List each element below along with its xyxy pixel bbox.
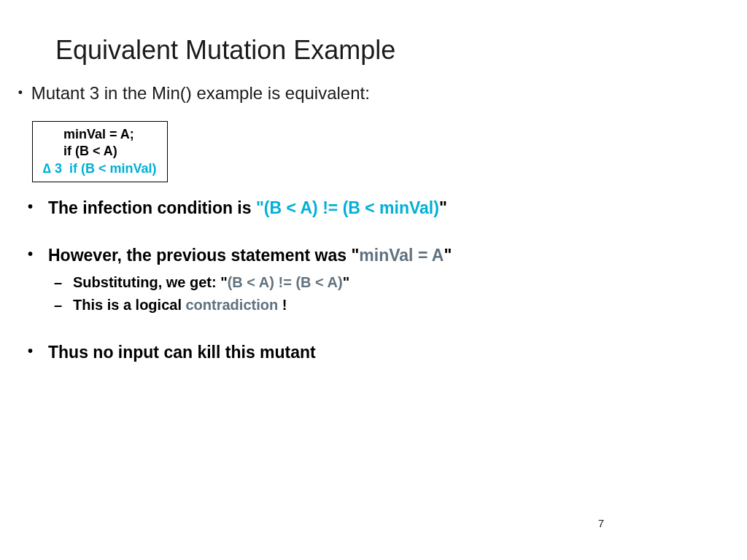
code-line-2: if (B < A) [43, 143, 157, 160]
sub2-prefix: This is a logical [73, 297, 186, 313]
sub-list: Substituting, we get: "(B < A) != (B < A… [48, 271, 718, 316]
sub2-suffix: ! [278, 297, 287, 313]
intro-line: • Mutant 3 in the Min() example is equiv… [15, 83, 370, 104]
b1-close-quote: " [439, 198, 447, 217]
code-box: minVal = A; if (B < A) ∆ 3 if (B < minVa… [32, 121, 168, 182]
sub1-highlight: (B < A) != (B < A) [228, 274, 343, 290]
b2-close-quote: " [444, 246, 452, 265]
sub1-close-quote: " [343, 274, 349, 290]
intro-text: Mutant 3 in the Min() example is equival… [31, 83, 370, 103]
page-number: 7 [598, 517, 604, 529]
code-line-1: minVal = A; [43, 126, 157, 143]
b1-highlight: (B < A) != (B < minVal) [264, 198, 439, 217]
bullet-infection-condition: The infection condition is "(B < A) != (… [23, 197, 718, 219]
sub1-prefix: Substituting, we get: " [73, 274, 228, 290]
b2-prefix: However, the previous statement was " [48, 246, 359, 265]
intro-bullet-icon: • [15, 85, 26, 101]
sub-contradiction: This is a logical contradiction ! [48, 294, 718, 316]
sub2-highlight: contradiction [186, 297, 279, 313]
b2-highlight: minVal = A [359, 246, 444, 265]
b1-prefix: The infection condition is [48, 198, 256, 217]
bullet-list: The infection condition is "(B < A) != (… [23, 197, 718, 389]
bullet-previous-statement: However, the previous statement was "min… [23, 244, 718, 316]
code-line-3-mutation: ∆ 3 if (B < minVal) [43, 160, 157, 177]
bullet-conclusion: Thus no input can kill this mutant [23, 341, 718, 364]
sub-substituting: Substituting, we get: "(B < A) != (B < A… [48, 271, 718, 294]
slide-title: Equivalent Mutation Example [55, 35, 395, 66]
b1-open-quote: " [256, 198, 264, 217]
